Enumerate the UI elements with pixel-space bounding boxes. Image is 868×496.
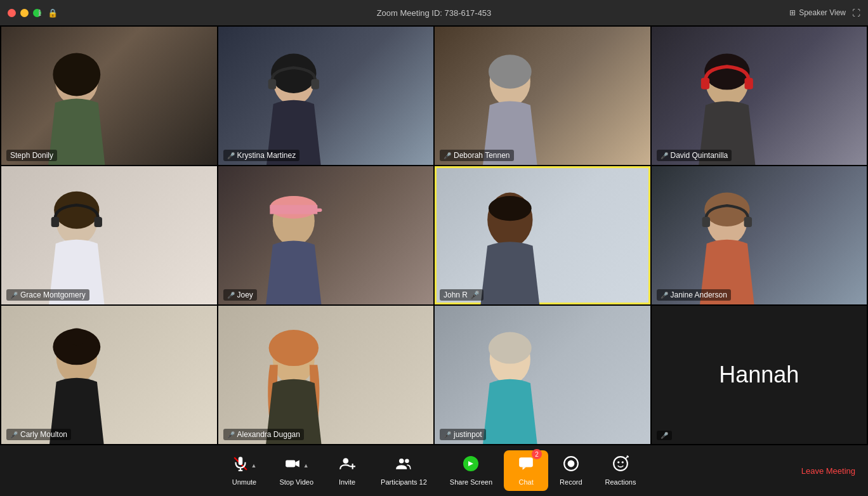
stopvideo-label: Stop Video — [279, 478, 313, 486]
svg-point-48 — [614, 457, 628, 471]
toolbar: ▲ Unmute ▲ Stop Video Invite — [0, 445, 868, 496]
fullscreen-icon[interactable]: ⛶ — [852, 8, 860, 18]
video-cell-david: 🎤 David Quintanilla — [652, 27, 867, 165]
participants-icon — [395, 455, 412, 476]
share-screen-button[interactable]: Share Screen — [438, 455, 504, 486]
svg-point-32 — [489, 332, 532, 363]
svg-point-47 — [567, 460, 574, 467]
participants-button[interactable]: Participants 12 — [369, 455, 438, 486]
leave-meeting-button[interactable]: Leave Meeting — [801, 466, 855, 476]
svg-rect-24 — [702, 217, 709, 227]
video-cell-krystina: 🎤 Krystina Martinez — [218, 27, 434, 165]
svg-rect-25 — [744, 217, 751, 227]
video-cell-joey: 🎤 Joey — [218, 166, 434, 304]
unmute-button[interactable]: ▲ Unmute — [221, 455, 268, 486]
participant-name-alex: 🎤 Alexandra Duggan — [223, 429, 304, 440]
svg-point-28 — [67, 328, 87, 345]
share-screen-icon — [461, 455, 480, 476]
speaker-view-button[interactable]: ⊞ Speaker View — [789, 8, 846, 17]
video-cell-johnr: John R 🎤 — [435, 166, 650, 304]
muted-icon: 🎤 — [10, 431, 18, 438]
reactions-label: Reactions — [605, 478, 636, 486]
invite-label: Invite — [339, 478, 355, 486]
unmuted-icon: 🎤 — [470, 290, 480, 299]
video-cell-janine: 🎤 Janine Anderson — [652, 166, 867, 304]
traffic-lights — [8, 9, 41, 17]
record-button[interactable]: Record — [548, 455, 593, 486]
title-bar-left-icons: ℹ 🔒 — [38, 8, 58, 18]
participant-label: Alexandra Duggan — [237, 430, 300, 439]
participant-name-carly: 🎤 Carly Moulton — [6, 429, 71, 440]
chat-badge: 2 — [532, 449, 542, 459]
participant-name-krystina: 🎤 Krystina Martinez — [223, 150, 300, 161]
participant-name-hannah: 🎤 — [657, 431, 672, 440]
svg-rect-10 — [700, 78, 709, 89]
muted-icon: 🎤 — [227, 152, 235, 159]
record-icon — [563, 455, 579, 476]
speaker-view-icon: ⊞ — [789, 8, 796, 17]
muted-icon: 🎤 — [227, 431, 235, 438]
video-cell-justin: 🎤 justinpot — [435, 306, 650, 444]
participant-label: Grace Montgomery — [20, 290, 86, 299]
sharesceen-label: Share Screen — [450, 478, 492, 486]
participant-label: Janine Anderson — [671, 290, 727, 299]
stopvideo-arrow[interactable]: ▲ — [303, 462, 309, 469]
unmute-label: Unmute — [232, 478, 257, 486]
participant-label: Steph Donily — [10, 151, 53, 160]
meeting-title: Zoom Meeting ID: 738-617-453 — [377, 8, 492, 18]
video-cell-grace: 🎤 Grace Montgomery — [1, 166, 217, 304]
invite-button[interactable]: Invite — [325, 455, 369, 486]
svg-point-50 — [622, 461, 624, 463]
svg-point-41 — [399, 459, 404, 464]
svg-rect-37 — [286, 460, 295, 467]
svg-point-38 — [343, 458, 349, 464]
muted-icon: 🎤 — [444, 152, 451, 159]
participant-label: Deborah Tennen — [454, 151, 510, 160]
participants-label: Participants 12 — [381, 478, 427, 486]
invite-icon — [339, 455, 355, 476]
video-cell-deborah: 🎤 Deborah Tennen — [435, 27, 650, 165]
participant-name-grace: 🎤 Grace Montgomery — [6, 289, 89, 301]
close-button[interactable] — [8, 9, 16, 17]
record-label: Record — [560, 478, 582, 486]
muted-icon: 🎤 — [444, 431, 451, 438]
svg-point-49 — [617, 461, 619, 463]
svg-rect-4 — [268, 79, 275, 89]
reactions-button[interactable]: Reactions — [594, 455, 648, 486]
participant-name-joey: 🎤 Joey — [223, 289, 257, 301]
participant-label: justinpot — [454, 430, 482, 439]
muted-icon: 🎤 — [227, 292, 235, 299]
participant-name-janine: 🎤 Janine Anderson — [657, 289, 731, 301]
svg-point-21 — [489, 196, 532, 221]
svg-point-1 — [53, 53, 100, 96]
participant-name-johnr: John R 🎤 — [440, 289, 483, 301]
participant-label: Krystina Martinez — [237, 151, 296, 160]
svg-point-30 — [268, 330, 318, 366]
participant-label: Carly Moulton — [20, 430, 67, 439]
svg-rect-11 — [744, 78, 753, 89]
chat-label: Chat — [518, 478, 533, 486]
participant-label: David Quintanilla — [671, 151, 728, 160]
svg-rect-18 — [270, 205, 317, 214]
participant-name-justin: 🎤 justinpot — [440, 429, 486, 440]
video-cell-alex: 🎤 Alexandra Duggan — [218, 306, 434, 444]
svg-rect-14 — [51, 217, 59, 227]
participant-name-david: 🎤 David Quintanilla — [657, 150, 732, 161]
unmute-btn-group: ▲ — [232, 455, 257, 476]
participant-label: Joey — [237, 290, 253, 299]
stop-video-button[interactable]: ▲ Stop Video — [268, 455, 325, 486]
participant-name-deborah: 🎤 Deborah Tennen — [440, 150, 514, 161]
info-icon[interactable]: ℹ — [38, 8, 41, 18]
unmute-arrow[interactable]: ▲ — [251, 462, 257, 469]
reactions-icon — [612, 455, 629, 476]
muted-icon: 🎤 — [661, 152, 668, 159]
title-bar: ℹ 🔒 Zoom Meeting ID: 738-617-453 ⊞ Speak… — [0, 0, 868, 25]
video-cell-hannah: Hannah 🎤 — [652, 306, 867, 444]
chat-button[interactable]: 2 Chat — [504, 450, 548, 491]
minimize-button[interactable] — [20, 9, 29, 17]
svg-rect-5 — [311, 79, 319, 89]
lock-icon: 🔒 — [48, 8, 58, 18]
chat-icon — [518, 455, 534, 476]
title-bar-right-icons: ⊞ Speaker View ⛶ — [789, 8, 860, 18]
video-cell-carly: 🎤 Carly Moulton — [1, 306, 217, 444]
